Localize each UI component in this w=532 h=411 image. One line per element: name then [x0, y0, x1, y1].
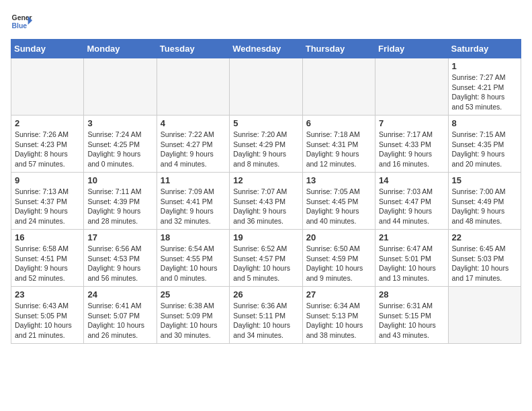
day-number: 20 [306, 232, 371, 242]
day-header-thursday: Thursday [302, 40, 375, 58]
day-number: 4 [161, 118, 226, 128]
day-info: Sunrise: 6:58 AM Sunset: 4:51 PM Dayligh… [15, 244, 80, 283]
day-cell: 8Sunrise: 7:15 AM Sunset: 4:35 PM Daylig… [448, 116, 521, 173]
day-cell [84, 58, 157, 116]
day-cell: 7Sunrise: 7:17 AM Sunset: 4:33 PM Daylig… [375, 116, 448, 173]
day-info: Sunrise: 7:22 AM Sunset: 4:27 PM Dayligh… [161, 130, 226, 169]
day-cell: 11Sunrise: 7:09 AM Sunset: 4:41 PM Dayli… [157, 173, 229, 230]
day-cell [157, 58, 229, 116]
calendar-header-row: SundayMondayTuesdayWednesdayThursdayFrid… [11, 40, 521, 58]
week-row-2: 9Sunrise: 7:13 AM Sunset: 4:37 PM Daylig… [11, 173, 521, 230]
day-info: Sunrise: 7:13 AM Sunset: 4:37 PM Dayligh… [15, 187, 80, 226]
day-info: Sunrise: 7:18 AM Sunset: 4:31 PM Dayligh… [306, 130, 371, 169]
day-cell: 5Sunrise: 7:20 AM Sunset: 4:29 PM Daylig… [230, 116, 302, 173]
day-cell [448, 287, 521, 344]
day-info: Sunrise: 6:56 AM Sunset: 4:53 PM Dayligh… [87, 244, 152, 283]
day-number: 18 [161, 232, 226, 242]
day-info: Sunrise: 7:15 AM Sunset: 4:35 PM Dayligh… [452, 130, 517, 169]
day-cell: 19Sunrise: 6:52 AM Sunset: 4:57 PM Dayli… [230, 230, 302, 287]
day-header-tuesday: Tuesday [157, 40, 229, 58]
day-info: Sunrise: 6:31 AM Sunset: 5:15 PM Dayligh… [379, 301, 444, 340]
logo: General Blue [11, 11, 32, 32]
day-cell: 24Sunrise: 6:41 AM Sunset: 5:07 PM Dayli… [84, 287, 157, 344]
day-cell [11, 58, 84, 116]
day-info: Sunrise: 6:38 AM Sunset: 5:09 PM Dayligh… [161, 301, 226, 340]
day-info: Sunrise: 7:09 AM Sunset: 4:41 PM Dayligh… [161, 187, 226, 226]
calendar: SundayMondayTuesdayWednesdayThursdayFrid… [11, 39, 521, 344]
day-number: 13 [306, 175, 371, 185]
day-cell [302, 58, 375, 116]
day-info: Sunrise: 6:34 AM Sunset: 5:13 PM Dayligh… [306, 301, 371, 340]
day-number: 17 [87, 232, 152, 242]
day-header-wednesday: Wednesday [230, 40, 302, 58]
header: General Blue [11, 11, 521, 32]
day-cell [230, 58, 302, 116]
day-info: Sunrise: 6:41 AM Sunset: 5:07 PM Dayligh… [87, 301, 152, 340]
day-number: 25 [161, 289, 226, 300]
day-number: 2 [15, 118, 80, 128]
day-number: 7 [379, 118, 444, 128]
day-number: 19 [233, 232, 298, 242]
day-number: 6 [306, 118, 371, 128]
day-header-sunday: Sunday [11, 40, 84, 58]
day-info: Sunrise: 7:27 AM Sunset: 4:21 PM Dayligh… [452, 73, 517, 112]
day-number: 15 [452, 175, 517, 185]
week-row-4: 23Sunrise: 6:43 AM Sunset: 5:05 PM Dayli… [11, 287, 521, 344]
day-number: 21 [379, 232, 444, 242]
day-cell: 16Sunrise: 6:58 AM Sunset: 4:51 PM Dayli… [11, 230, 84, 287]
day-info: Sunrise: 7:24 AM Sunset: 4:25 PM Dayligh… [87, 130, 152, 169]
day-cell: 12Sunrise: 7:07 AM Sunset: 4:43 PM Dayli… [230, 173, 302, 230]
day-number: 11 [161, 175, 226, 185]
day-info: Sunrise: 6:45 AM Sunset: 5:03 PM Dayligh… [452, 244, 517, 283]
day-cell: 17Sunrise: 6:56 AM Sunset: 4:53 PM Dayli… [84, 230, 157, 287]
logo-icon: General Blue [11, 11, 32, 32]
day-header-saturday: Saturday [448, 40, 521, 58]
day-number: 27 [306, 289, 371, 300]
day-info: Sunrise: 6:50 AM Sunset: 4:59 PM Dayligh… [306, 244, 371, 283]
day-cell: 25Sunrise: 6:38 AM Sunset: 5:09 PM Dayli… [157, 287, 229, 344]
day-number: 16 [15, 232, 80, 242]
day-number: 9 [15, 175, 80, 185]
day-info: Sunrise: 6:47 AM Sunset: 5:01 PM Dayligh… [379, 244, 444, 283]
day-info: Sunrise: 7:11 AM Sunset: 4:39 PM Dayligh… [87, 187, 152, 226]
day-number: 10 [87, 175, 152, 185]
week-row-3: 16Sunrise: 6:58 AM Sunset: 4:51 PM Dayli… [11, 230, 521, 287]
day-info: Sunrise: 6:54 AM Sunset: 4:55 PM Dayligh… [161, 244, 226, 283]
day-cell: 13Sunrise: 7:05 AM Sunset: 4:45 PM Dayli… [302, 173, 375, 230]
day-cell: 1Sunrise: 7:27 AM Sunset: 4:21 PM Daylig… [448, 58, 521, 116]
day-cell: 15Sunrise: 7:00 AM Sunset: 4:49 PM Dayli… [448, 173, 521, 230]
day-info: Sunrise: 7:20 AM Sunset: 4:29 PM Dayligh… [233, 130, 298, 169]
day-number: 24 [87, 289, 152, 300]
day-cell: 3Sunrise: 7:24 AM Sunset: 4:25 PM Daylig… [84, 116, 157, 173]
day-number: 14 [379, 175, 444, 185]
day-number: 23 [15, 289, 80, 300]
day-info: Sunrise: 7:00 AM Sunset: 4:49 PM Dayligh… [452, 187, 517, 226]
day-number: 22 [452, 232, 517, 242]
day-info: Sunrise: 7:05 AM Sunset: 4:45 PM Dayligh… [306, 187, 371, 226]
day-number: 28 [379, 289, 444, 300]
day-cell: 4Sunrise: 7:22 AM Sunset: 4:27 PM Daylig… [157, 116, 229, 173]
day-cell: 27Sunrise: 6:34 AM Sunset: 5:13 PM Dayli… [302, 287, 375, 344]
day-number: 8 [452, 118, 517, 128]
day-cell: 6Sunrise: 7:18 AM Sunset: 4:31 PM Daylig… [302, 116, 375, 173]
day-cell: 14Sunrise: 7:03 AM Sunset: 4:47 PM Dayli… [375, 173, 448, 230]
day-info: Sunrise: 7:17 AM Sunset: 4:33 PM Dayligh… [379, 130, 444, 169]
day-info: Sunrise: 7:07 AM Sunset: 4:43 PM Dayligh… [233, 187, 298, 226]
day-cell: 9Sunrise: 7:13 AM Sunset: 4:37 PM Daylig… [11, 173, 84, 230]
week-row-1: 2Sunrise: 7:26 AM Sunset: 4:23 PM Daylig… [11, 116, 521, 173]
day-cell: 26Sunrise: 6:36 AM Sunset: 5:11 PM Dayli… [230, 287, 302, 344]
day-cell: 23Sunrise: 6:43 AM Sunset: 5:05 PM Dayli… [11, 287, 84, 344]
day-cell: 21Sunrise: 6:47 AM Sunset: 5:01 PM Dayli… [375, 230, 448, 287]
day-cell: 28Sunrise: 6:31 AM Sunset: 5:15 PM Dayli… [375, 287, 448, 344]
calendar-body: 1Sunrise: 7:27 AM Sunset: 4:21 PM Daylig… [11, 58, 521, 344]
day-number: 3 [87, 118, 152, 128]
day-info: Sunrise: 7:03 AM Sunset: 4:47 PM Dayligh… [379, 187, 444, 226]
day-cell: 2Sunrise: 7:26 AM Sunset: 4:23 PM Daylig… [11, 116, 84, 173]
day-number: 5 [233, 118, 298, 128]
day-cell: 22Sunrise: 6:45 AM Sunset: 5:03 PM Dayli… [448, 230, 521, 287]
day-header-friday: Friday [375, 40, 448, 58]
day-number: 26 [233, 289, 298, 300]
day-info: Sunrise: 6:43 AM Sunset: 5:05 PM Dayligh… [15, 301, 80, 340]
day-cell: 20Sunrise: 6:50 AM Sunset: 4:59 PM Dayli… [302, 230, 375, 287]
day-info: Sunrise: 7:26 AM Sunset: 4:23 PM Dayligh… [15, 130, 80, 169]
